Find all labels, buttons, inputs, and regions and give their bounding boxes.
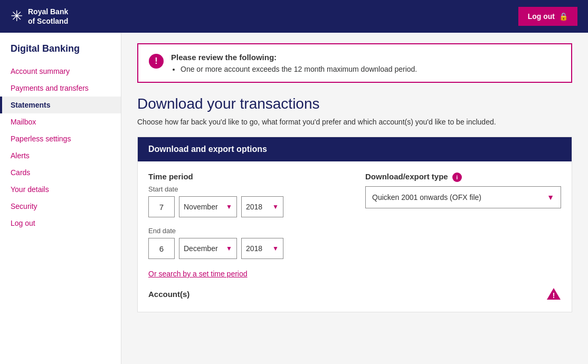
end-year-chevron-icon: ▼: [272, 245, 279, 252]
start-year-value: 2018: [246, 203, 262, 211]
end-day-input[interactable]: 6: [148, 238, 175, 259]
end-date-inputs: 6 December ▼ 2018 ▼: [148, 238, 344, 259]
download-box-body: Time period Start date 7 November ▼ 2018: [138, 161, 572, 312]
export-type-value: Quicken 2001 onwards (OFX file): [372, 193, 481, 202]
sidebar-item-security[interactable]: Security: [0, 198, 121, 215]
sidebar-item-paperless-settings[interactable]: Paperless settings: [0, 130, 121, 147]
sidebar-title: Digital Banking: [0, 43, 121, 63]
alert-content: Please review the following: One or more…: [171, 53, 417, 73]
start-year-select[interactable]: 2018 ▼: [241, 196, 283, 217]
export-type-chevron-icon: ▼: [547, 193, 554, 202]
logo-area: ✳ Royal Bank of Scotland: [11, 7, 68, 26]
accounts-label: Account(s): [148, 290, 189, 299]
end-month-select[interactable]: December ▼: [179, 238, 237, 259]
end-date-label: End date: [148, 227, 344, 235]
start-year-chevron-icon: ▼: [272, 203, 279, 210]
export-type-label: Download/export type i: [365, 172, 561, 182]
sidebar-item-log-out[interactable]: Log out: [0, 215, 121, 232]
download-box-header: Download and export options: [138, 137, 572, 161]
alert-bullet: One or more account exceeds the 12 month…: [181, 65, 417, 73]
end-year-value: 2018: [246, 244, 262, 253]
start-month-chevron-icon: ▼: [226, 203, 232, 210]
end-month-value: December: [184, 244, 218, 253]
svg-text:!: !: [553, 291, 555, 300]
logo-text: Royal Bank of Scotland: [28, 7, 68, 26]
bank-name-line2: of Scotland: [28, 17, 68, 25]
export-type-section: Download/export type i Quicken 2001 onwa…: [365, 172, 561, 259]
sidebar-item-payments-transfers[interactable]: Payments and transfers: [0, 80, 121, 97]
bank-name-line1: Royal Bank: [28, 7, 68, 16]
alert-heading: Please review the following:: [171, 53, 417, 62]
logout-icon: 🔒: [559, 12, 568, 21]
sidebar-item-cards[interactable]: Cards: [0, 164, 121, 181]
time-period-section: Time period Start date 7 November ▼ 2018: [148, 172, 344, 259]
main-content: ! Please review the following: One or mo…: [121, 33, 588, 364]
start-day-input[interactable]: 7: [148, 196, 175, 217]
logout-label: Log out: [528, 12, 555, 21]
time-period-label: Time period: [148, 172, 344, 181]
download-box: Download and export options Time period …: [137, 137, 572, 312]
end-year-select[interactable]: 2018 ▼: [241, 238, 283, 259]
page-subtitle: Choose how far back you'd like to go, wh…: [137, 118, 572, 126]
sidebar-item-account-summary[interactable]: Account summary: [0, 63, 121, 80]
export-type-select[interactable]: Quicken 2001 onwards (OFX file) ▼: [365, 186, 561, 208]
accounts-row: Account(s) !: [148, 286, 561, 301]
warning-triangle-icon: !: [546, 286, 561, 301]
sidebar: Digital Banking Account summary Payments…: [0, 33, 121, 364]
header-logout-button[interactable]: Log out 🔒: [518, 7, 577, 26]
sidebar-item-alerts[interactable]: Alerts: [0, 147, 121, 164]
set-period-link[interactable]: Or search by a set time period: [148, 270, 248, 278]
sidebar-item-your-details[interactable]: Your details: [0, 181, 121, 198]
info-icon[interactable]: i: [452, 173, 462, 182]
alert-icon: !: [149, 54, 164, 69]
alert-box: ! Please review the following: One or mo…: [137, 43, 572, 83]
start-month-select[interactable]: November ▼: [179, 196, 237, 217]
form-row-main: Time period Start date 7 November ▼ 2018: [148, 172, 561, 259]
rbs-logo-icon: ✳: [11, 9, 23, 24]
sidebar-item-mailbox[interactable]: Mailbox: [0, 113, 121, 130]
start-date-label: Start date: [148, 185, 344, 193]
layout: Digital Banking Account summary Payments…: [0, 33, 588, 364]
start-date-inputs: 7 November ▼ 2018 ▼: [148, 196, 344, 217]
sidebar-item-statements[interactable]: Statements: [0, 97, 121, 113]
page-title: Download your transactions: [137, 95, 572, 112]
end-month-chevron-icon: ▼: [226, 245, 232, 252]
header: ✳ Royal Bank of Scotland Log out 🔒: [0, 0, 588, 33]
start-month-value: November: [184, 203, 218, 211]
